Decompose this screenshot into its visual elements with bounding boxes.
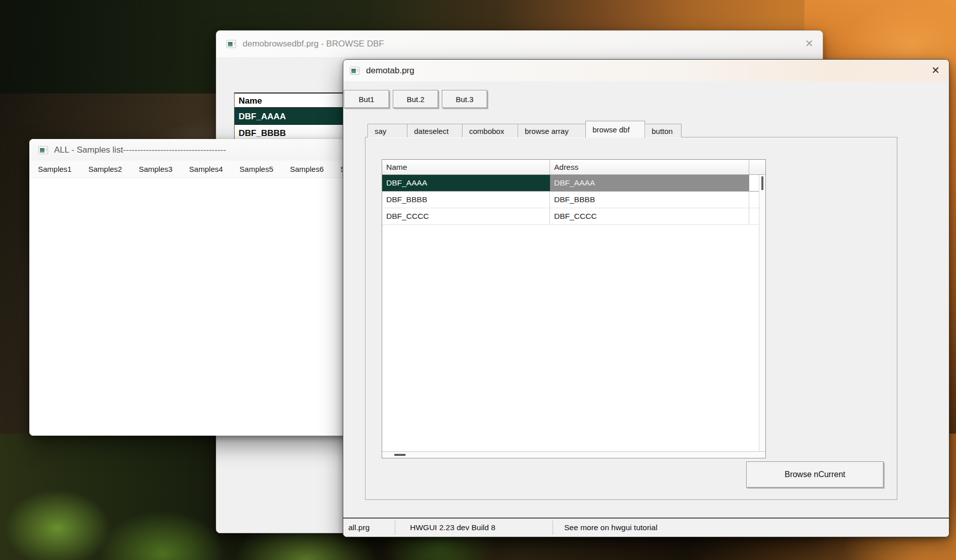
table-row[interactable]: DBF_AAAA DBF_AAAA [382, 175, 765, 192]
cell-name[interactable]: DBF_CCCC [382, 208, 550, 224]
grid-column-header-name[interactable]: Name [382, 160, 550, 174]
grid-body: DBF_AAAA DBF_AAAA DBF_BBBB DBF_BBBB DBF_… [382, 175, 765, 458]
samples-menubar: Samples1 Samples2 Samples3 Samples4 Samp… [29, 161, 383, 178]
cell-name[interactable]: DBF_BBBB [382, 192, 550, 208]
window-icon [38, 146, 48, 154]
menu-item-samples2[interactable]: Samples2 [88, 165, 122, 173]
status-divider [553, 521, 553, 535]
vertical-scrollbar-thumb[interactable] [761, 176, 763, 190]
tab-strip: say dateselect combobox browse array bro… [368, 120, 681, 137]
status-version: HWGUI 2.23 dev Build 8 [410, 519, 495, 537]
grid-column-header-adress[interactable]: Adress [550, 160, 749, 174]
tab-say[interactable]: say [368, 124, 407, 137]
status-bar: all.prg HWGUI 2.23 dev Build 8 See more … [343, 518, 949, 537]
but3-button[interactable]: But.3 [442, 90, 487, 108]
window-title: demobrowsedbf.prg - BROWSE DBF [243, 39, 384, 49]
status-divider [395, 521, 395, 535]
dbf-browse-grid: Name Adress DBF_AAAA DBF_AAAA DBF_BBBB D… [382, 159, 766, 458]
cell-adress[interactable]: DBF_CCCC [550, 208, 749, 224]
demotab-toolbar: But1 But.2 But.3 [344, 90, 487, 108]
window-icon [226, 40, 236, 48]
tab-button[interactable]: button [645, 124, 681, 137]
grid-header-row: Name Adress [382, 160, 765, 175]
browse-ncurrent-button[interactable]: Browse nCurrent [746, 461, 884, 488]
window-title: demotab.prg [366, 66, 414, 76]
menu-item-samples1[interactable]: Samples1 [38, 165, 72, 173]
tab-browse-array[interactable]: browse array [518, 124, 586, 137]
menu-item-samples6[interactable]: Samples6 [290, 165, 324, 173]
cell-name[interactable]: DBF_AAAA [382, 175, 550, 191]
menu-item-samples3[interactable]: Samples3 [139, 165, 172, 173]
window-title: ALL - Samples list----------------------… [54, 145, 226, 155]
menu-item-samples5[interactable]: Samples5 [240, 165, 274, 173]
samples-client-area [29, 178, 383, 436]
horizontal-scrollbar[interactable] [382, 451, 765, 458]
grid-header-stub [749, 160, 765, 174]
cell-adress[interactable]: DBF_BBBB [550, 192, 749, 208]
status-filename: all.prg [348, 519, 370, 537]
samples-titlebar[interactable]: ALL - Samples list----------------------… [29, 139, 383, 161]
tab-browse-dbf[interactable]: browse dbf [585, 121, 645, 138]
status-tutorial-note: See more on hwgui tutorial [564, 519, 657, 537]
close-icon[interactable]: ✕ [931, 65, 940, 75]
table-row[interactable]: DBF_CCCC DBF_CCCC [382, 208, 765, 225]
demotab-window: demotab.prg ✕ But1 But.2 But.3 say dates… [343, 59, 949, 537]
but1-button[interactable]: But1 [344, 90, 389, 108]
horizontal-scrollbar-thumb[interactable] [394, 454, 405, 456]
menu-item-samples4[interactable]: Samples4 [189, 165, 223, 173]
samples-list-window: ALL - Samples list----------------------… [29, 139, 383, 436]
vertical-scrollbar[interactable] [759, 175, 765, 451]
cell-adress[interactable]: DBF_AAAA [550, 175, 749, 191]
browse-dbf-titlebar[interactable]: demobrowsedbf.prg - BROWSE DBF ✕ [216, 31, 823, 57]
table-row[interactable]: DBF_BBBB DBF_BBBB [382, 192, 765, 208]
window-icon [350, 67, 359, 75]
tab-combobox[interactable]: combobox [462, 124, 518, 137]
but2-button[interactable]: But.2 [393, 90, 438, 108]
close-icon[interactable]: ✕ [805, 38, 813, 49]
tab-dateselect[interactable]: dateselect [407, 124, 463, 137]
demotab-titlebar[interactable]: demotab.prg ✕ [343, 60, 949, 81]
